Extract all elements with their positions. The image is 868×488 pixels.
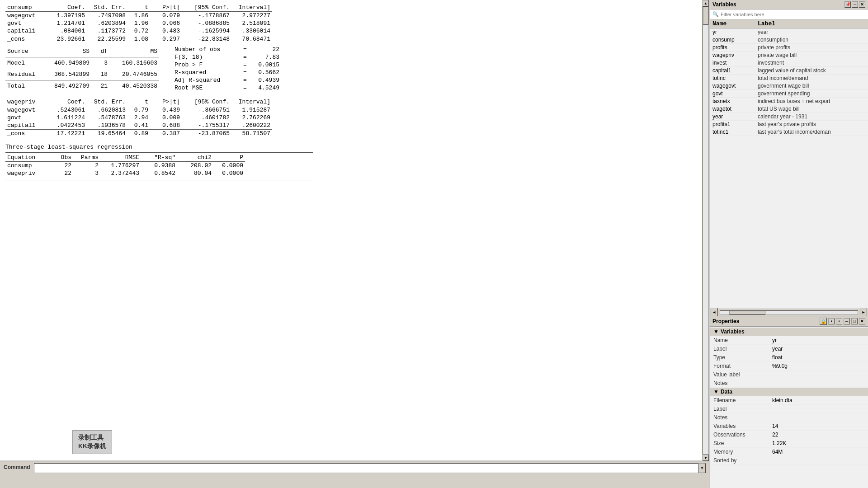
command-bar: Command ▼ xyxy=(0,461,709,488)
anova-table: Source SS df MS Model 460.949809 3 160.3… xyxy=(5,46,159,92)
expand-icon-data: ▼ xyxy=(713,389,719,395)
list-item[interactable]: govtgovernment spending xyxy=(710,90,868,98)
col-se: Std. Err. xyxy=(87,4,127,12)
list-item[interactable]: taxnetxindirect bus taxes + net export xyxy=(710,98,868,105)
prop-section-data[interactable]: ▼ Data xyxy=(710,388,868,396)
scroll-up-button[interactable]: ▲ xyxy=(703,0,709,6)
prop-close-btn[interactable]: ✕ xyxy=(859,318,865,324)
prop-row-data-label: Label xyxy=(710,405,868,413)
filter-input[interactable] xyxy=(721,12,865,17)
expand-icon: ▼ xyxy=(713,328,719,335)
prop-dot2[interactable]: • xyxy=(836,318,842,324)
list-item[interactable]: profitsprivate profits xyxy=(710,44,868,52)
watermark-line1: 录制工具 xyxy=(78,433,106,442)
command-input[interactable] xyxy=(34,463,698,473)
prop-minimize-btn[interactable]: ─ xyxy=(844,318,850,324)
variables-minimize-btn[interactable]: ─ xyxy=(852,1,858,8)
prop-row-filename: Filename klein.dta xyxy=(710,396,868,405)
prop-section-variables-label: Variables xyxy=(721,328,745,335)
list-item[interactable]: yearcalendar year - 1931 xyxy=(710,113,868,121)
col-p: P>|t| xyxy=(150,4,182,12)
three-sls-table: Equation Obs Parms RMSE "R-sq" chi2 P co… xyxy=(5,154,245,177)
prop-dot1[interactable]: • xyxy=(828,318,835,324)
variables-list: yryear consumpconsumption profitsprivate… xyxy=(710,28,868,309)
list-item[interactable]: totinc1last year's total income/deman xyxy=(710,128,868,136)
regression-table-wagepriv: wagepriv Coef. Std. Err. t P>|t| [95% Co… xyxy=(5,98,272,137)
prop-row-value-label: Value label xyxy=(710,371,868,379)
properties-panel-titlebar: Properties 🔒 • • ─ □ ✕ xyxy=(710,316,868,327)
anova-stats: Number of obs=22 F(3, 18)=7.83 Prob > F=… xyxy=(173,46,281,92)
dep-var-wagepriv: wagepriv xyxy=(5,98,46,106)
col-t: t xyxy=(127,4,150,12)
prop-section-variables[interactable]: ▼ Variables xyxy=(710,328,868,336)
prop-row-format: Format %9.0g xyxy=(710,362,868,371)
filter-icon: 🔍 xyxy=(712,11,719,17)
list-item[interactable]: totinctotal income/demand xyxy=(710,75,868,82)
row-label: _cons xyxy=(5,35,46,43)
variables-title: Variables xyxy=(712,1,736,8)
row-label: capital1 xyxy=(5,27,46,35)
prop-row-variables-count: Variables 14 xyxy=(710,422,868,431)
var-table-header: Name Label xyxy=(710,19,868,28)
h-scrollbar-thumb[interactable] xyxy=(729,311,765,314)
list-item[interactable]: investinvestment xyxy=(710,59,868,67)
scrollbar-track[interactable] xyxy=(703,6,709,455)
var-col-name: Name xyxy=(712,20,758,27)
list-item[interactable]: yryear xyxy=(710,28,868,36)
regression-table-consump: consump Coef. Std. Err. t P>|t| [95% Con… xyxy=(5,4,272,43)
h-scrollbar-track[interactable] xyxy=(720,310,858,315)
properties-title: Properties xyxy=(712,318,739,324)
col-ci-hi: Interval] xyxy=(231,4,272,12)
watermark: 录制工具 KK录像机 xyxy=(72,430,112,454)
list-item[interactable]: wagetottotal US wage bill xyxy=(710,105,868,113)
watermark-line2: KK录像机 xyxy=(78,442,106,451)
output-vertical-scrollbar[interactable]: ▲ ▼ xyxy=(702,0,709,461)
filter-row: 🔍 xyxy=(710,9,868,19)
variables-pin-btn[interactable]: 📌 xyxy=(844,1,851,8)
prop-maximize-btn[interactable]: □ xyxy=(851,318,858,324)
prop-row-label: Label year xyxy=(710,345,868,353)
row-label: govt xyxy=(5,19,46,27)
scroll-down-button[interactable]: ▼ xyxy=(703,455,709,461)
list-item[interactable]: consumpconsumption xyxy=(710,36,868,44)
row-label: wagegovt xyxy=(5,12,46,20)
list-item[interactable]: wagegovtgovernment wage bill xyxy=(710,82,868,90)
scrollbar-thumb[interactable] xyxy=(703,7,708,25)
three-sls-title: Three-stage least-squares regression xyxy=(5,144,697,150)
col-ci-lo: [95% Conf. xyxy=(182,4,231,12)
prop-row-sorted-by: Sorted by xyxy=(710,456,868,465)
prop-row-notes-var: Notes xyxy=(710,379,868,388)
list-item[interactable]: capital1lagged value of capital stock xyxy=(710,67,868,75)
variables-horizontal-scrollbar[interactable]: ◄ ► xyxy=(710,309,868,316)
prop-row-observations: Observations 22 xyxy=(710,431,868,439)
command-label: Command xyxy=(4,463,30,470)
col-coef: Coef. xyxy=(46,4,87,12)
variables-close-btn[interactable]: ✕ xyxy=(859,1,865,8)
properties-body: ▼ Variables Name yr Label year Type floa… xyxy=(710,327,868,488)
list-item[interactable]: profits1last year's private profits xyxy=(710,121,868,128)
dep-var-consump: consump xyxy=(5,4,46,12)
var-col-label: Label xyxy=(758,20,865,27)
prop-row-notes-data: Notes xyxy=(710,413,868,422)
prop-row-name: Name yr xyxy=(710,336,868,345)
list-item[interactable]: wageprivprivate wage bill xyxy=(710,52,868,59)
command-scroll-btn[interactable]: ▼ xyxy=(698,463,706,473)
prop-lock-btn[interactable]: 🔒 xyxy=(820,318,827,325)
prop-section-data-label: Data xyxy=(721,389,732,395)
anova-section: Source SS df MS Model 460.949809 3 160.3… xyxy=(5,46,697,94)
prop-row-memory: Memory 64M xyxy=(710,448,868,456)
variables-panel-titlebar: Variables 📌 ─ ✕ xyxy=(710,0,868,9)
prop-row-type: Type float xyxy=(710,353,868,362)
prop-row-size: Size 1.22K xyxy=(710,439,868,448)
